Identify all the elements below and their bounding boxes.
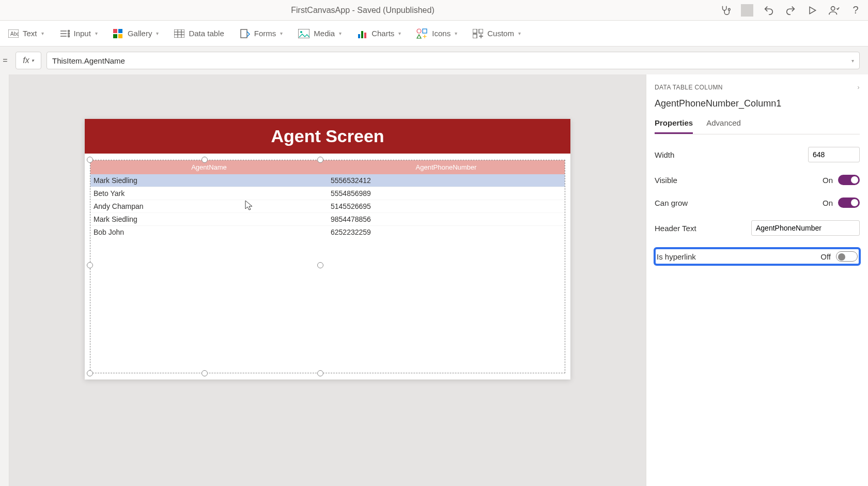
resize-handle[interactable] <box>317 370 323 376</box>
chevron-right-icon[interactable]: › <box>858 84 860 91</box>
resize-handle[interactable] <box>87 262 93 268</box>
help-icon[interactable]: ? <box>849 4 862 17</box>
chevron-down-icon: ▾ <box>339 31 342 36</box>
ribbon-gallery-label: Gallery <box>128 29 152 38</box>
prop-headertext-input[interactable] <box>751 220 860 236</box>
prop-width-label: Width <box>655 150 674 159</box>
pane-kicker: DATA TABLE COLUMN <box>655 84 723 91</box>
svg-point-2 <box>831 6 835 10</box>
ribbon-datatable-label: Data table <box>189 29 224 38</box>
svg-text:Abc: Abc <box>10 31 19 37</box>
ribbon-icons[interactable]: Icons▾ <box>416 28 457 39</box>
ribbon-media[interactable]: Media▾ <box>298 29 342 38</box>
text-icon: Abc <box>8 29 19 38</box>
toggle-ishyperlink[interactable] <box>836 251 858 262</box>
table-row[interactable]: Mark Siedling5556532412 <box>90 174 565 187</box>
prop-visible-value: On <box>823 176 833 185</box>
ribbon-forms-label: Forms <box>254 29 276 38</box>
ribbon-gallery[interactable]: Gallery▾ <box>113 29 159 38</box>
svg-rect-11 <box>113 29 117 33</box>
input-icon <box>59 29 70 38</box>
redo-icon[interactable] <box>784 4 797 17</box>
chevron-down-icon: ▾ <box>398 31 401 36</box>
ribbon: Abc Text▾ Input▾ Gallery▾ Data table For… <box>0 21 868 47</box>
prop-width: Width <box>655 147 860 162</box>
resize-handle[interactable] <box>87 370 93 376</box>
chevron-down-icon: ▾ <box>518 31 521 36</box>
pane-tabs: Properties Advanced <box>655 118 860 134</box>
svg-rect-30 <box>473 34 477 38</box>
play-icon[interactable] <box>806 4 818 17</box>
svg-rect-14 <box>118 34 122 38</box>
cell-name: Andy Champan <box>90 200 328 212</box>
prop-header-text: Header Text <box>655 220 860 236</box>
toggle-cangrow[interactable] <box>838 198 860 208</box>
ribbon-charts-label: Charts <box>371 29 394 38</box>
media-icon <box>298 29 309 38</box>
table-row[interactable]: Andy Champan5145526695 <box>90 200 565 212</box>
resize-handle[interactable] <box>317 157 323 163</box>
svg-rect-24 <box>361 31 363 38</box>
ribbon-input[interactable]: Input▾ <box>59 29 98 38</box>
table-row[interactable]: Bob John6252232259 <box>90 225 565 238</box>
resize-handle[interactable] <box>202 157 208 163</box>
tab-properties[interactable]: Properties <box>655 118 693 134</box>
toggle-visible[interactable] <box>838 175 860 185</box>
table-body: Mark Siedling5556532412 Beto Yark5554856… <box>90 174 565 238</box>
chevron-down-icon: ▾ <box>41 31 44 36</box>
datatable-wrapper[interactable]: AgentName AgentPhoneNumber Mark Siedling… <box>85 154 570 379</box>
resize-handle[interactable] <box>317 262 323 268</box>
ribbon-text[interactable]: Abc Text▾ <box>8 29 44 38</box>
col-header-1[interactable]: AgentName <box>90 160 328 174</box>
ribbon-input-label: Input <box>74 29 91 38</box>
svg-point-0 <box>729 8 731 10</box>
fx-button[interactable]: fx▾ <box>16 52 41 69</box>
svg-point-9 <box>68 33 69 34</box>
chevron-down-icon: ▾ <box>280 31 283 36</box>
prop-ishyperlink-value: Off <box>820 252 831 261</box>
undo-icon[interactable] <box>763 4 775 17</box>
forms-icon <box>240 28 250 39</box>
data-table[interactable]: AgentName AgentPhoneNumber Mark Siedling… <box>90 160 565 373</box>
icons-icon <box>416 28 428 39</box>
prop-width-input[interactable] <box>808 147 860 162</box>
table-row[interactable]: Mark Siedling9854478856 <box>90 212 565 225</box>
formula-input[interactable]: ThisItem.AgentName ▾ <box>47 52 860 69</box>
table-filler <box>90 238 565 373</box>
ribbon-forms[interactable]: Forms▾ <box>240 28 283 39</box>
svg-marker-1 <box>810 7 816 13</box>
svg-point-10 <box>68 35 69 37</box>
cell-name: Mark Siedling <box>90 212 328 225</box>
svg-rect-13 <box>113 34 117 38</box>
equals-label: = <box>0 56 10 65</box>
resize-handle[interactable] <box>87 157 93 163</box>
user-icon[interactable] <box>828 4 840 17</box>
svg-rect-25 <box>364 33 366 38</box>
col-header-2[interactable]: AgentPhoneNumber <box>328 160 565 174</box>
svg-rect-29 <box>479 29 483 33</box>
stethoscope-icon[interactable] <box>719 4 732 17</box>
resize-handle[interactable] <box>202 370 208 376</box>
pane-title: AgentPhoneNumber_Column1 <box>655 98 860 109</box>
ribbon-charts[interactable]: Charts▾ <box>357 29 401 38</box>
canvas-area[interactable]: Agent Screen AgentName AgentPhoneNumber … <box>9 74 646 486</box>
formula-expand-icon[interactable]: ▾ <box>851 58 854 64</box>
svg-rect-27 <box>423 29 427 33</box>
ribbon-media-label: Media <box>314 29 335 38</box>
table-row[interactable]: Beto Yark5554856989 <box>90 187 565 200</box>
svg-point-22 <box>300 31 302 33</box>
svg-rect-20 <box>241 29 247 38</box>
tab-advanced[interactable]: Advanced <box>706 118 741 134</box>
prop-is-hyperlink: Is hyperlink Off <box>655 248 860 265</box>
svg-rect-12 <box>118 29 122 33</box>
datatable-icon <box>174 29 184 38</box>
charts-icon <box>357 29 367 38</box>
prop-visible: Visible On <box>655 175 860 185</box>
separator <box>741 4 753 17</box>
ribbon-custom[interactable]: Custom▾ <box>473 29 521 38</box>
ribbon-data-table[interactable]: Data table <box>174 29 224 38</box>
gallery-icon <box>113 29 123 38</box>
ribbon-custom-label: Custom <box>487 29 514 38</box>
cell-name: Mark Siedling <box>90 174 328 187</box>
ribbon-icons-label: Icons <box>432 29 451 38</box>
